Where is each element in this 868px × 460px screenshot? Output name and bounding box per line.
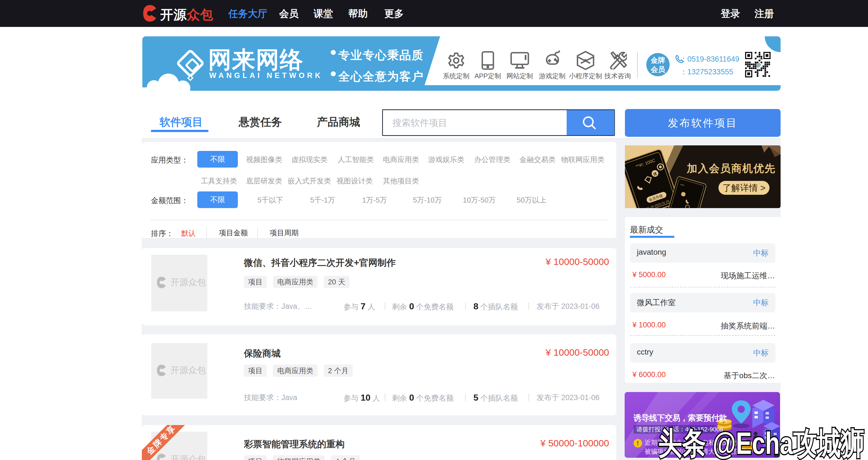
svg-text:头条 @Echa攻城狮: 头条 @Echa攻城狮	[658, 426, 865, 460]
